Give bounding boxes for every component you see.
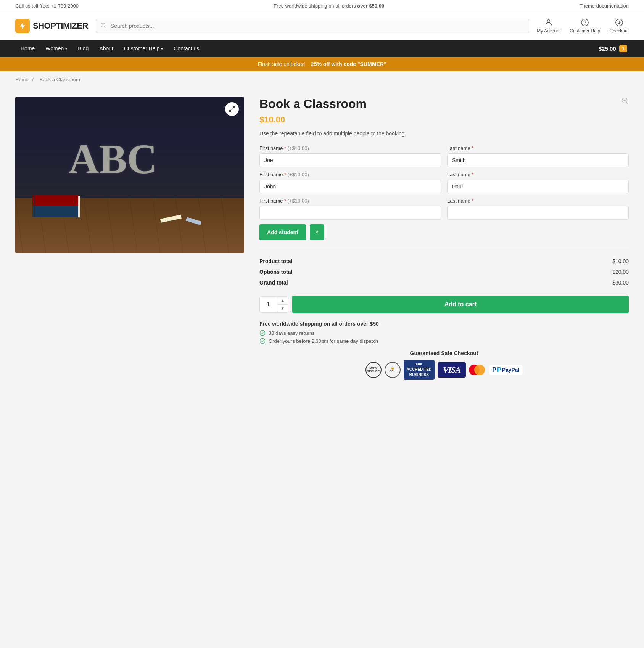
product-total-value: $10.00 [612, 258, 629, 264]
checkout-link[interactable]: Checkout [609, 18, 629, 34]
customer-help-chevron-icon: ▾ [161, 47, 163, 51]
cart-price: $25.00 [599, 45, 616, 52]
first-name-label-3: First name * (+$10.00) [259, 198, 441, 204]
checkout-label: Checkout [609, 28, 629, 34]
svg-point-1 [547, 20, 550, 23]
zoom-button[interactable] [225, 102, 239, 116]
remove-student-button[interactable]: × [310, 224, 324, 240]
svg-point-2 [581, 19, 588, 26]
last-name-input-3[interactable] [447, 206, 629, 220]
required-star-3: * [284, 198, 286, 204]
safe-checkout-section: Guaranteed Safe Checkout 100%SECURE 🔒SSL… [259, 350, 629, 379]
last-required-star-2: * [472, 172, 473, 177]
product-description: Use the repeatable field to add multiple… [259, 129, 629, 138]
grand-total-row: Grand total $30.00 [259, 277, 629, 288]
safe-checkout-title: Guaranteed Safe Checkout [259, 350, 629, 356]
options-total-label: Options total [259, 269, 292, 275]
nav-item-blog[interactable]: Blog [72, 40, 94, 57]
flash-promo: 25% off with code "SUMMER" [311, 61, 386, 67]
main-content: Book a Classroom $10.00 Use the repeatab… [0, 88, 644, 395]
add-to-cart-row: 1 ▲ ▼ Add to cart [259, 296, 629, 313]
nav: Home Women ▾ Blog About Customer Help ▾ … [0, 40, 644, 57]
nav-item-customer-help[interactable]: Customer Help ▾ [119, 40, 168, 57]
top-bar-docs[interactable]: Theme documentation [580, 3, 629, 9]
product-image [15, 97, 244, 253]
first-name-price-3: (+$10.00) [288, 198, 309, 204]
customer-help-link[interactable]: Customer Help [570, 18, 600, 34]
breadcrumb-home[interactable]: Home [15, 77, 29, 82]
dispatch-benefit: Order yours before 2.30pm for same day d… [259, 338, 629, 344]
svg-line-6 [229, 110, 231, 112]
last-name-label-1: Last name * [447, 145, 629, 151]
nav-item-contact[interactable]: Contact us [168, 40, 204, 57]
zoom-icon [229, 106, 235, 113]
svg-point-3 [585, 24, 585, 24]
last-name-label-2: Last name * [447, 172, 629, 177]
grand-total-value: $30.00 [612, 280, 629, 286]
svg-point-10 [260, 331, 265, 336]
nav-item-women[interactable]: Women ▾ [40, 40, 72, 57]
visa-badge: VISA [438, 362, 466, 378]
first-name-group-1: First name * (+$10.00) [259, 145, 441, 167]
last-name-input-2[interactable] [447, 180, 629, 193]
product-price: $10.00 [259, 115, 629, 125]
benefits-section: Free worldwide shipping on all orders ov… [259, 321, 629, 344]
help-icon [581, 18, 589, 27]
last-name-group-1: Last name * [447, 145, 629, 167]
first-name-input-2[interactable] [259, 180, 441, 193]
first-name-price-1: (+$10.00) [288, 145, 309, 151]
product-detail-zoom-icon[interactable] [621, 97, 629, 106]
totals-section: Product total $10.00 Options total $20.0… [259, 249, 629, 288]
product-image-section [15, 97, 244, 380]
last-name-input-1[interactable] [447, 153, 629, 167]
options-total-value: $20.00 [612, 269, 629, 275]
flash-bar: Flash sale unlocked 25% off with code "S… [0, 57, 644, 71]
breadcrumb-separator: / [32, 77, 35, 82]
women-chevron-icon: ▾ [65, 47, 67, 51]
quantity-stepper[interactable]: 1 ▲ ▼ [259, 296, 288, 313]
first-name-label-1: First name * (+$10.00) [259, 145, 441, 151]
checkout-icon [615, 18, 623, 27]
bbb-badge: BBBACCREDITEDBUSINESS [404, 360, 435, 379]
svg-point-0 [101, 23, 105, 27]
search-icon [100, 23, 106, 30]
shipping-benefit: Free worldwide shipping on all orders ov… [259, 321, 629, 327]
breadcrumb: Home / Book a Classroom [0, 71, 644, 88]
nav-cart[interactable]: $25.00 1 [599, 45, 629, 52]
add-to-cart-button[interactable]: Add to cart [292, 296, 629, 313]
svg-point-11 [260, 339, 265, 344]
first-name-group-3: First name * (+$10.00) [259, 198, 441, 220]
product-image-container [15, 97, 244, 253]
lightning-icon [18, 22, 27, 30]
nav-item-about[interactable]: About [94, 40, 119, 57]
options-total-row: Options total $20.00 [259, 267, 629, 277]
logo[interactable]: SHOPTIMIZER [15, 19, 88, 33]
required-star-2: * [284, 172, 286, 177]
product-total-label: Product total [259, 258, 292, 264]
header-icons: My Account Customer Help Checkout [537, 18, 629, 34]
add-student-button[interactable]: Add student [259, 224, 306, 240]
first-name-input-3[interactable] [259, 206, 441, 220]
product-total-row: Product total $10.00 [259, 256, 629, 267]
person-icon [544, 18, 553, 27]
quantity-up-button[interactable]: ▲ [277, 297, 288, 305]
returns-benefit: 30 days easy returns [259, 330, 629, 336]
payment-badges: 100%SECURE 🔒SSL BBBACCREDITEDBUSINESS VI… [259, 360, 629, 379]
first-name-label-2: First name * (+$10.00) [259, 172, 441, 177]
required-star-1: * [284, 145, 286, 151]
header: SHOPTIMIZER My Account Customer Help Che… [0, 12, 644, 40]
last-name-group-2: Last name * [447, 172, 629, 193]
ssl-badge: 🔒SSL [385, 362, 401, 378]
student-row-2: First name * (+$10.00) Last name * [259, 172, 629, 193]
customer-help-label: Customer Help [570, 28, 600, 34]
search-input[interactable] [96, 19, 529, 33]
my-account-link[interactable]: My Account [537, 18, 560, 34]
last-name-label-3: Last name * [447, 198, 629, 204]
top-bar-phone: Call us toll free: +1 789 2000 [15, 3, 79, 9]
product-title: Book a Classroom [259, 97, 367, 111]
quantity-down-button[interactable]: ▼ [277, 305, 288, 312]
secure-badge: 100%SECURE [365, 362, 382, 378]
first-name-input-1[interactable] [259, 153, 441, 167]
nav-item-home[interactable]: Home [15, 40, 40, 57]
mastercard-badge [469, 364, 486, 376]
